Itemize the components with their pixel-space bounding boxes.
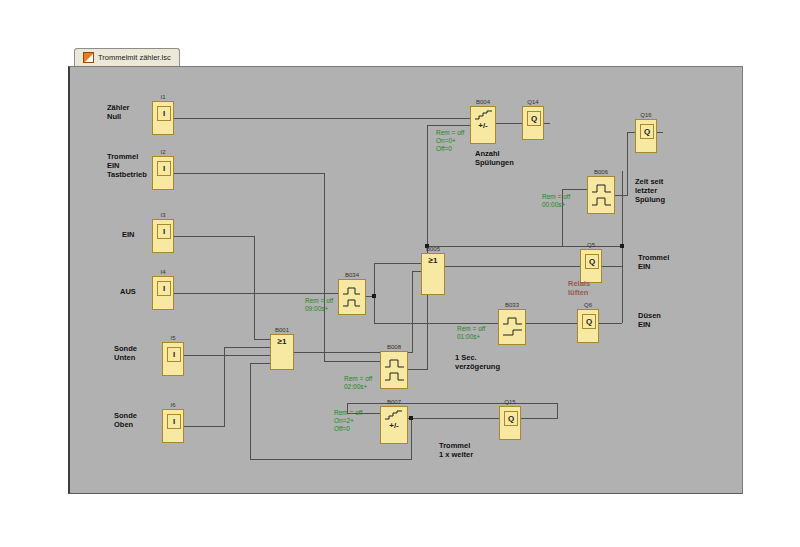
comment-aus[interactable]: AUS	[120, 287, 136, 296]
block-q5[interactable]: Q5 Q	[580, 249, 602, 283]
block-b007-counter[interactable]: B007 +/-	[380, 406, 408, 444]
input-glyph: I	[157, 106, 171, 121]
block-ref: B007	[373, 398, 415, 406]
output-glyph: Q	[504, 411, 518, 426]
block-ref: B006	[580, 168, 622, 176]
timer-waveform-icon	[502, 316, 524, 340]
input-glyph: I	[157, 224, 171, 239]
comment-sonde-oben[interactable]: Sonde Oben	[114, 411, 137, 429]
block-ref: I5	[155, 334, 191, 342]
counter-stair-icon	[474, 110, 494, 120]
block-b004-counter[interactable]: B004 +/-	[470, 106, 496, 144]
document-icon	[83, 52, 94, 63]
input-glyph: I	[167, 414, 181, 429]
block-q14[interactable]: Q14 Q	[522, 106, 544, 140]
block-ref: B008	[373, 343, 415, 351]
or-gate-glyph: ≥1	[422, 256, 444, 265]
block-ref: Q14	[515, 98, 551, 106]
output-glyph: Q	[582, 314, 596, 329]
block-q15[interactable]: Q15 Q	[499, 406, 521, 440]
comment-trommel-tast[interactable]: Trommel EIN Tastbetrieb	[107, 152, 147, 179]
block-q6[interactable]: Q6 Q	[577, 309, 599, 343]
block-i6[interactable]: I6 I	[162, 409, 184, 443]
block-ref: B001	[263, 326, 301, 334]
param-b034: Rem = off 09:00s+	[305, 297, 333, 313]
output-glyph: Q	[585, 254, 599, 269]
block-ref: I3	[145, 211, 181, 219]
block-i3[interactable]: I3 I	[152, 219, 174, 253]
comment-ein[interactable]: EIN	[122, 230, 135, 239]
block-ref: B033	[491, 301, 533, 309]
block-ref: Q6	[570, 301, 606, 309]
comment-duesen-ein[interactable]: Düsen EIN	[638, 311, 661, 329]
comment-verzoegerung[interactable]: 1 Sec. verzögerung	[455, 353, 500, 371]
block-ref: I6	[155, 401, 191, 409]
block-b001-or[interactable]: B001 ≥1	[270, 334, 294, 370]
param-b006: Rem = off 00:00s+	[542, 193, 570, 209]
block-ref: I2	[145, 148, 181, 156]
block-ref: Q15	[492, 398, 528, 406]
input-glyph: I	[157, 161, 171, 176]
comment-trommel-weiter[interactable]: Trommel 1 x weiter	[439, 441, 473, 459]
updown-counter-glyph: +/-	[471, 121, 495, 130]
app-window: Trommelmit zähler.lsc	[0, 0, 800, 547]
output-glyph: Q	[527, 111, 541, 126]
input-glyph: I	[157, 281, 171, 296]
block-i1[interactable]: I1 I	[152, 101, 174, 135]
block-ref: B005	[414, 245, 452, 253]
block-b006-timer[interactable]: B006	[587, 176, 615, 214]
comment-anzahl-spuelungen[interactable]: Anzahl Spülungen	[475, 149, 514, 167]
param-b007: Rem = off On=2+ Off=0	[334, 409, 362, 433]
timer-waveform-icon	[342, 286, 362, 310]
comment-trommel-ein[interactable]: Trommel EIN	[638, 253, 669, 271]
or-gate-glyph: ≥1	[271, 337, 293, 346]
param-b008: Rem = off 02:00s+	[344, 375, 372, 391]
block-ref: B034	[331, 271, 373, 279]
block-ref: B004	[463, 98, 503, 106]
block-b005-or[interactable]: B005 ≥1	[421, 253, 445, 295]
comment-relais[interactable]: Relais lüften	[568, 279, 590, 297]
comment-zeit-letzte-spuelung[interactable]: Zeit seit letzter Spülung	[635, 177, 665, 204]
param-b033: Rem = off 01:00s+	[457, 325, 485, 341]
block-ref: Q16	[628, 111, 664, 119]
comment-sonde-unten[interactable]: Sonde Unten	[114, 344, 137, 362]
param-b004: Rem = off On=0+ Off=0	[436, 129, 464, 153]
block-b034-timer[interactable]: B034	[338, 279, 366, 315]
block-b033-timer[interactable]: B033	[498, 309, 526, 345]
updown-counter-glyph: +/-	[381, 421, 407, 430]
tab-title: Trommelmit zähler.lsc	[98, 53, 171, 62]
comment-zaehler-null[interactable]: Zähler Null	[107, 103, 130, 121]
block-ref: Q5	[573, 241, 609, 249]
diagram-canvas[interactable]: Zähler Null Trommel EIN Tastbetrieb EIN …	[68, 66, 743, 494]
block-i2[interactable]: I2 I	[152, 156, 174, 190]
timer-waveform-icon	[384, 358, 406, 384]
block-q16[interactable]: Q16 Q	[635, 119, 657, 153]
block-i4[interactable]: I4 I	[152, 276, 174, 310]
block-ref: I4	[145, 268, 181, 276]
timer-waveform-icon	[591, 183, 613, 209]
block-b008-timer[interactable]: B008	[380, 351, 408, 389]
tab-bar: Trommelmit zähler.lsc	[68, 48, 740, 66]
tab-trommelmit-zaehler[interactable]: Trommelmit zähler.lsc	[74, 48, 180, 66]
block-ref: I1	[145, 93, 181, 101]
output-glyph: Q	[640, 124, 654, 139]
counter-stair-icon	[384, 410, 404, 420]
input-glyph: I	[167, 347, 181, 362]
block-i5[interactable]: I5 I	[162, 342, 184, 376]
